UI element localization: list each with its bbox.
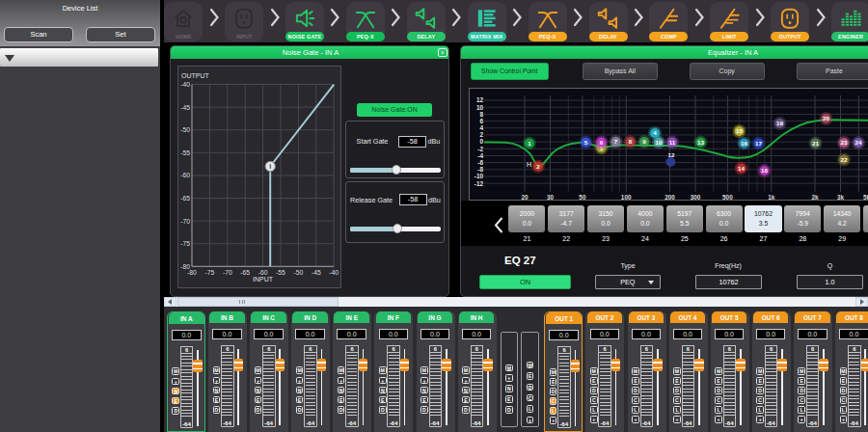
svg-text:19: 19 (776, 120, 783, 126)
svg-text:-45: -45 (312, 269, 321, 276)
svg-text:-75: -75 (204, 269, 214, 276)
svg-text:1: 1 (528, 140, 531, 147)
svg-text:8: 8 (629, 138, 633, 145)
svg-text:15: 15 (736, 127, 743, 134)
svg-text:1k: 1k (768, 194, 775, 201)
svg-text:-65: -65 (180, 195, 190, 202)
svg-text:-2: -2 (477, 146, 483, 152)
svg-text:i: i (269, 163, 271, 170)
svg-text:4: 4 (653, 129, 657, 136)
svg-text:16: 16 (741, 140, 747, 147)
svg-text:18: 18 (761, 167, 768, 174)
svg-text:3k: 3k (837, 194, 845, 201)
svg-text:7: 7 (614, 138, 618, 145)
svg-text:12: 12 (476, 96, 484, 103)
svg-text:-40: -40 (180, 81, 190, 88)
svg-text:-8: -8 (477, 166, 483, 173)
svg-text:14: 14 (738, 165, 745, 172)
svg-text:20: 20 (823, 115, 829, 122)
svg-text:5k: 5k (863, 194, 868, 201)
svg-text:200: 200 (665, 194, 675, 201)
svg-text:-55: -55 (276, 269, 285, 276)
svg-text:2: 2 (479, 131, 483, 138)
svg-text:H: H (527, 161, 531, 168)
svg-text:24: 24 (855, 139, 862, 146)
svg-text:2k: 2k (811, 194, 819, 201)
svg-text:-65: -65 (240, 269, 250, 276)
svg-text:10: 10 (476, 104, 484, 111)
svg-text:11: 11 (669, 139, 676, 146)
svg-text:-55: -55 (180, 149, 190, 156)
svg-text:-12: -12 (475, 180, 484, 187)
svg-text:17: 17 (755, 140, 762, 147)
svg-text:-60: -60 (180, 172, 190, 178)
svg-text:INPUT: INPUT (253, 276, 274, 283)
svg-text:500: 500 (722, 194, 733, 201)
svg-text:23: 23 (841, 139, 848, 146)
svg-text:-50: -50 (293, 269, 303, 276)
svg-text:13: 13 (697, 139, 704, 146)
svg-text:2: 2 (536, 163, 540, 170)
svg-text:-40: -40 (329, 269, 339, 276)
svg-text:OUTPUT: OUTPUT (181, 72, 210, 79)
svg-text:30: 30 (547, 194, 555, 201)
svg-text:20: 20 (521, 194, 529, 201)
svg-text:-6: -6 (477, 159, 483, 166)
svg-text:-10: -10 (475, 173, 484, 179)
svg-text:50: 50 (579, 194, 586, 201)
svg-text:8: 8 (479, 111, 483, 118)
svg-text:-70: -70 (223, 269, 232, 276)
svg-text:6: 6 (600, 139, 604, 146)
svg-text:300: 300 (691, 194, 701, 201)
svg-text:12: 12 (668, 151, 675, 158)
svg-text:6: 6 (479, 118, 483, 124)
svg-text:-50: -50 (180, 126, 190, 133)
svg-text:-70: -70 (180, 218, 190, 225)
svg-text:-75: -75 (180, 240, 190, 247)
svg-text:0: 0 (479, 138, 483, 145)
svg-text:-4: -4 (477, 152, 483, 159)
svg-text:22: 22 (841, 156, 848, 163)
svg-text:-80: -80 (187, 269, 197, 276)
svg-text:10: 10 (656, 139, 663, 146)
svg-text:21: 21 (812, 140, 819, 147)
svg-text:9: 9 (642, 138, 646, 145)
svg-text:100: 100 (621, 194, 632, 201)
svg-text:5: 5 (584, 139, 588, 146)
svg-text:4: 4 (479, 124, 483, 131)
svg-text:-45: -45 (180, 104, 190, 111)
